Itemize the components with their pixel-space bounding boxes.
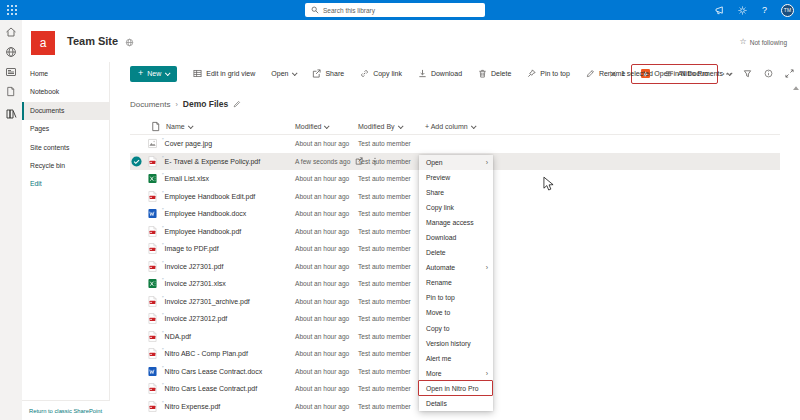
fullscreen-icon[interactable] [785, 69, 794, 78]
modified-cell: About an hour ago [295, 398, 349, 416]
help-icon[interactable]: ? [759, 5, 770, 16]
new-button[interactable]: + New [130, 66, 177, 82]
file-name-link[interactable]: Invoice J27301.pdf [162, 258, 223, 276]
command-bar-item[interactable]: Delete [470, 66, 519, 82]
info-icon[interactable] [764, 69, 773, 78]
file-type-icon [148, 226, 157, 237]
file-type-icon [148, 191, 157, 202]
sidebar-nav-item[interactable]: Edit [22, 175, 109, 193]
edit-breadcrumb-icon[interactable] [233, 100, 241, 108]
file-name-link[interactable]: Nitro ABC - Comp Plan.pdf [162, 345, 248, 363]
file-context-menu: Open Preview Share Copy link Manage acce… [419, 155, 493, 411]
context-menu-item[interactable]: Download [419, 230, 493, 245]
command-bar: + New Edit in grid view Open Share Copy … [110, 62, 800, 85]
file-name-link[interactable]: Employee Handbook.docx [162, 205, 246, 223]
column-header-modified-by[interactable]: Modified By [358, 118, 402, 135]
command-bar-item[interactable]: Download [410, 66, 470, 82]
context-menu-item[interactable]: Preview [419, 170, 493, 185]
file-name-link[interactable]: Invoice J273012.pdf [162, 310, 227, 328]
context-menu-item[interactable]: Alert me [419, 351, 493, 366]
file-name-link[interactable]: Email List.xlsx [162, 170, 209, 188]
file-name-link[interactable]: Cover page.jpg [162, 135, 212, 153]
vertical-scrollbar[interactable] [792, 86, 799, 420]
file-type-icon [148, 331, 157, 342]
file-name-link[interactable]: NDA.pdf [162, 328, 191, 346]
follow-button[interactable]: ☆ Not following [740, 38, 787, 46]
sidebar-footer: Return to classic SharePoint [22, 400, 110, 420]
command-icon [586, 69, 595, 79]
table-row[interactable]: Cover page.jpg About an hour ago Test au… [130, 135, 780, 153]
file-type-icon [148, 138, 157, 149]
file-name-link[interactable]: Image to PDF.pdf [162, 240, 219, 258]
rail-document-icon[interactable] [5, 86, 17, 98]
context-menu-label: Manage access [426, 219, 474, 226]
command-label: Edit in grid view [206, 70, 255, 77]
context-menu-item[interactable]: Manage access [419, 215, 493, 230]
context-menu-item[interactable]: Move to [419, 305, 493, 320]
command-bar-item[interactable]: Open [263, 66, 304, 82]
file-name-link[interactable]: Invoice J27301.xlsx [162, 275, 226, 293]
library-search-input[interactable]: Search this library [305, 3, 485, 17]
file-type-icon [148, 208, 157, 219]
add-column-button[interactable]: + Add column [425, 118, 475, 135]
context-menu-item[interactable]: Open in Nitro Pro [419, 381, 493, 396]
announcements-icon[interactable] [715, 5, 726, 16]
column-header-name[interactable]: Name [166, 118, 192, 135]
breadcrumb-current: Demo Files [183, 99, 228, 109]
app-launcher-icon[interactable] [6, 4, 18, 16]
context-menu-item[interactable]: Delete [419, 245, 493, 260]
command-bar-item[interactable]: Copy link [352, 66, 410, 82]
file-name-link[interactable]: Employee Handbook.pdf [162, 223, 241, 241]
file-name-link[interactable]: Employee Handbook Edit.pdf [162, 188, 255, 206]
sidebar-nav-label: Site contents [30, 144, 69, 151]
account-avatar[interactable]: TM [781, 4, 794, 17]
context-menu-item[interactable]: Version history [419, 336, 493, 351]
context-menu-item[interactable]: Copy link [419, 200, 493, 215]
file-name-link[interactable]: Nitro Expense.pdf [162, 398, 220, 416]
context-menu-item[interactable]: Share [419, 185, 493, 200]
context-menu-item[interactable]: Automate [419, 260, 493, 275]
command-bar-item[interactable]: Edit in grid view [185, 66, 263, 82]
context-menu-item[interactable]: More [419, 366, 493, 381]
filter-icon[interactable] [743, 69, 752, 78]
context-menu-item[interactable]: Copy to [419, 321, 493, 336]
command-label: Open [271, 70, 288, 77]
sidebar-nav-item[interactable]: Pages [22, 120, 109, 138]
return-to-classic-link[interactable]: Return to classic SharePoint [29, 408, 102, 414]
rail-globe-icon[interactable] [5, 46, 17, 58]
modified-by-cell: Test auto member [358, 170, 411, 188]
context-menu-item[interactable]: Open [419, 155, 493, 170]
file-name-link[interactable]: Nitro Cars Lease Contract.pdf [162, 380, 257, 398]
rail-library-icon[interactable] [5, 108, 17, 120]
command-icon [478, 69, 487, 79]
context-menu-item[interactable]: Rename [419, 275, 493, 290]
sidebar-nav-item[interactable]: Notebook [22, 83, 109, 101]
doc-type-column-icon[interactable] [150, 118, 161, 135]
clear-selection-button[interactable]: 1 selected [609, 70, 653, 78]
settings-gear-icon[interactable] [737, 5, 748, 16]
sidebar-nav-item[interactable]: Recycle bin [22, 157, 109, 175]
context-menu-item[interactable]: Pin to top [419, 290, 493, 305]
sidebar-nav-label: Edit [30, 180, 42, 187]
column-header-modified[interactable]: Modified [295, 118, 328, 135]
context-menu-label: Details [426, 400, 447, 407]
command-label: Share [325, 70, 344, 77]
context-menu-item[interactable]: Details [419, 396, 493, 411]
scroll-up-icon[interactable] [793, 86, 799, 90]
sidebar-nav-item[interactable]: Documents [22, 102, 109, 120]
selected-check-icon[interactable] [131, 156, 142, 167]
file-name-link[interactable]: Nitro Cars Lease Contract.docx [162, 363, 262, 381]
site-logo[interactable]: a [31, 31, 55, 55]
view-selector[interactable]: All Documents [665, 69, 731, 78]
context-menu-label: Rename [426, 279, 452, 286]
file-name-link[interactable]: E- Travel & Expense Policy.pdf [162, 153, 260, 171]
file-name-link[interactable]: Invoice J27301_archive.pdf [162, 293, 250, 311]
site-title[interactable]: Team Site [67, 35, 118, 47]
rail-home-icon[interactable] [5, 26, 17, 38]
rail-news-icon[interactable] [5, 66, 17, 78]
sidebar-nav-item[interactable]: Site contents [22, 139, 109, 157]
command-bar-item[interactable]: Share [304, 66, 352, 82]
breadcrumb-root[interactable]: Documents [130, 100, 170, 109]
sidebar-nav-item[interactable]: Home [22, 65, 109, 83]
command-bar-item[interactable]: Pin to top [519, 66, 578, 82]
